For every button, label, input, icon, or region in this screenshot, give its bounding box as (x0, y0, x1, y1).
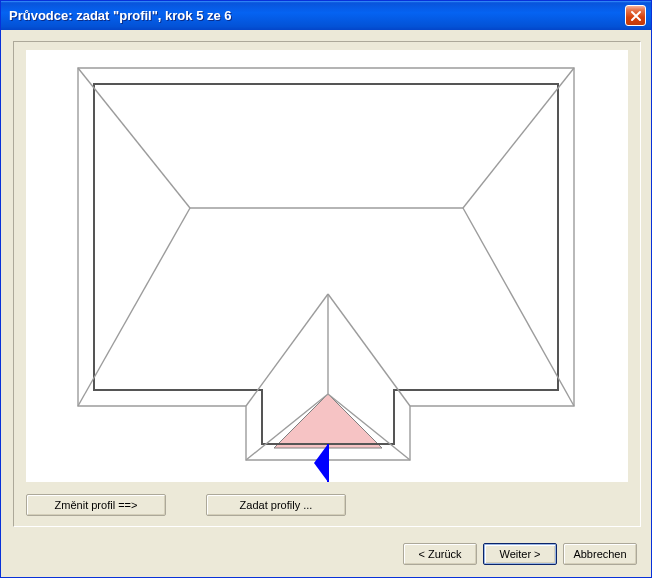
valley-l (246, 294, 328, 406)
cancel-button[interactable]: Abbrechen (563, 543, 637, 565)
change-profile-button[interactable]: Změnit profil ==> (26, 494, 166, 516)
close-icon (630, 10, 642, 22)
titlebar: Průvodce: zadat "profil", krok 5 ze 6 (1, 1, 651, 30)
inner-wall (94, 84, 558, 444)
window-title: Průvodce: zadat "profil", krok 5 ze 6 (9, 8, 232, 23)
roof-plan-canvas (26, 50, 628, 482)
wizard-window: Průvodce: zadat "profil", krok 5 ze 6 (0, 0, 652, 578)
wizard-nav: < Zurück Weiter > Abbrechen (403, 543, 637, 565)
selected-face (274, 394, 382, 448)
roof-plan-svg (26, 50, 630, 482)
direction-arrow-icon (314, 444, 328, 482)
close-button[interactable] (625, 5, 646, 26)
back-button[interactable]: < Zurück (403, 543, 477, 565)
content-panel: Změnit profil ==> Zadat profily ... (13, 41, 641, 527)
panel-buttons: Změnit profil ==> Zadat profily ... (26, 494, 346, 516)
valley-r (328, 294, 410, 406)
client-area: Změnit profil ==> Zadat profily ... < Zu… (1, 30, 651, 577)
next-button[interactable]: Weiter > (483, 543, 557, 565)
enter-profiles-button[interactable]: Zadat profily ... (206, 494, 346, 516)
